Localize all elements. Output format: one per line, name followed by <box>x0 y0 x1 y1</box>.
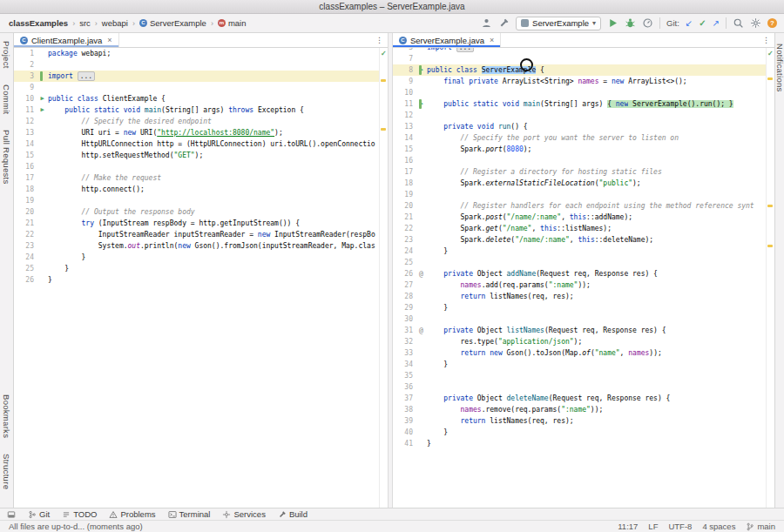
tool-window-button-bookmarks[interactable]: Bookmarks <box>2 394 11 438</box>
code-line[interactable]: 9 <box>14 82 388 93</box>
annotation-gutter-icon[interactable]: @ <box>416 325 427 336</box>
breadcrumb-item[interactable]: mmain <box>216 17 248 29</box>
code-line[interactable]: 7 <box>393 53 774 64</box>
code-line[interactable]: 21 try (InputStream respBody = http.getI… <box>14 218 388 229</box>
code-line[interactable]: 18 Spark.externalStaticFileLocation("pub… <box>393 178 774 189</box>
user-icon[interactable] <box>481 17 492 29</box>
code-line[interactable]: 14 HttpURLConnection http = (HttpURLConn… <box>14 138 388 150</box>
code-line[interactable]: 13 private void run() { <box>393 121 774 132</box>
code-line[interactable]: 15 http.setRequestMethod("GET"); <box>14 150 388 161</box>
inspections-ok-icon[interactable]: ✓ <box>381 50 387 57</box>
tool-window-toggle-icon[interactable] <box>7 510 16 519</box>
code-line[interactable]: 14 // Specify the port you want the serv… <box>393 132 774 144</box>
editor-options-icon[interactable]: ⋮ <box>758 33 774 47</box>
code-line[interactable]: 19 <box>14 195 388 206</box>
git-push-icon[interactable]: ↗ <box>713 17 720 29</box>
code-line[interactable]: 15 Spark.port(8080); <box>393 144 774 155</box>
breadcrumb-item[interactable]: classExamples <box>7 17 70 29</box>
run-configuration-select[interactable]: ServerExample ▾ <box>516 17 601 30</box>
code-line[interactable]: 26@ private Object addName(Request req, … <box>393 268 774 279</box>
search-icon[interactable] <box>733 17 744 29</box>
code-line[interactable]: 11▶ public static void main(String[] arg… <box>14 104 388 116</box>
code-line[interactable]: 19 <box>393 189 774 200</box>
tool-window-button-structure[interactable]: Structure <box>2 454 11 489</box>
code-line[interactable]: 27 names.add(req.params(":name")); <box>393 279 774 291</box>
code-line[interactable]: 36 <box>393 381 774 393</box>
code-line[interactable]: 33 return new Gson().toJson(Map.of("name… <box>393 347 774 359</box>
code-editor-client[interactable]: 1package webapi;23import ...910▶public c… <box>14 48 388 508</box>
code-line[interactable]: 12 // Specify the desired endpoint <box>14 116 388 127</box>
tab-clientexample[interactable]: C ClientExample.java × <box>14 33 119 47</box>
code-line[interactable]: 22 Spark.get("/name", this::listNames); <box>393 223 774 234</box>
git-commit-icon[interactable]: ✓ <box>699 17 706 29</box>
status-main[interactable]: main <box>746 522 775 531</box>
breadcrumb-item[interactable]: src <box>78 17 92 29</box>
tool-window-button-git[interactable]: Git <box>28 509 50 519</box>
code-line[interactable]: 1package webapi; <box>14 48 388 59</box>
tool-window-button-build[interactable]: Build <box>278 509 308 519</box>
code-line[interactable]: 31@ private Object listNames(Request req… <box>393 325 774 336</box>
status-utf-8[interactable]: UTF-8 <box>668 522 692 531</box>
code-line[interactable]: 35 <box>393 370 774 381</box>
code-line[interactable]: 2 <box>14 59 388 71</box>
code-line[interactable]: 17 // Make the request <box>14 172 388 184</box>
code-line[interactable]: 25 <box>393 257 774 268</box>
tab-serverexample[interactable]: C ServerExample.java × <box>393 33 501 47</box>
code-line[interactable]: 38 names.remove(req.params(":name")); <box>393 404 774 415</box>
code-line[interactable]: 12 <box>393 110 774 121</box>
close-icon[interactable]: × <box>107 36 112 44</box>
code-line[interactable]: 20 // Output the response body <box>14 206 388 218</box>
code-line[interactable]: 13 URI uri = new URI("http://localhost:8… <box>14 127 388 138</box>
tool-window-button-commit[interactable]: Commit <box>2 84 11 115</box>
code-line[interactable]: 25 } <box>14 263 388 274</box>
run-gutter-icon[interactable]: ▶ <box>37 104 48 116</box>
code-line[interactable]: 26} <box>14 274 388 286</box>
code-line[interactable]: 16 <box>393 155 774 166</box>
close-icon[interactable]: × <box>490 36 494 44</box>
tool-window-button-project[interactable]: Project <box>2 41 11 69</box>
annotation-gutter-icon[interactable]: @ <box>416 268 427 279</box>
code-line[interactable]: 32 res.type("application/json"); <box>393 336 774 347</box>
scrollbar-right[interactable]: ✓ <box>766 48 774 508</box>
code-line[interactable]: 22 InputStreamReader inputStreamReader =… <box>14 229 388 240</box>
code-line[interactable]: 10 <box>393 87 774 98</box>
code-line[interactable]: 3import ... <box>14 71 388 82</box>
code-editor-server[interactable]: 3import ...78▶public class ServerExample… <box>393 48 774 508</box>
run-gutter-icon[interactable]: ▶ <box>37 93 48 104</box>
build-hammer-icon[interactable] <box>498 17 510 29</box>
profiler-icon[interactable] <box>642 17 653 29</box>
code-line[interactable]: 37 private Object deleteName(Request req… <box>393 393 774 404</box>
breadcrumb-item[interactable]: CServerExample <box>138 17 208 29</box>
settings-icon[interactable] <box>750 17 761 29</box>
tool-window-button-todo[interactable]: TODO <box>62 509 97 519</box>
code-line[interactable]: 28 return listNames(req, res); <box>393 291 774 302</box>
code-line[interactable]: 23 Spark.delete("/name/:name", this::del… <box>393 234 774 246</box>
status-4-spaces[interactable]: 4 spaces <box>702 522 735 531</box>
code-line[interactable]: 18 http.connect(); <box>14 184 388 195</box>
scrollbar-left[interactable]: ✓ <box>379 48 388 508</box>
tool-window-button-problems[interactable]: Problems <box>109 509 155 519</box>
tool-window-button-terminal[interactable]: Terminal <box>168 509 211 519</box>
code-line[interactable]: 30 <box>393 313 774 325</box>
run-icon[interactable] <box>607 17 618 29</box>
code-line[interactable]: 9 final private ArrayList<String> names … <box>393 76 774 87</box>
code-line[interactable]: 40 } <box>393 427 774 438</box>
code-line[interactable]: 17 // Register a directory for hosting s… <box>393 166 774 178</box>
status-lf[interactable]: LF <box>648 522 658 531</box>
tool-window-button-services[interactable]: Services <box>222 509 265 519</box>
code-line[interactable]: 23 System.out.println(new Gson().fromJso… <box>14 240 388 252</box>
tool-window-button-notifications[interactable]: Notifications <box>775 44 784 92</box>
git-update-icon[interactable]: ↙ <box>686 17 693 29</box>
code-line[interactable]: 39 return listNames(req, res); <box>393 415 774 427</box>
debug-icon[interactable] <box>625 17 636 29</box>
window-titlebar[interactable]: classExamples – ServerExample.java <box>0 0 784 14</box>
code-line[interactable]: 34 } <box>393 359 774 370</box>
help-icon[interactable]: ? <box>767 18 777 28</box>
tool-window-button-pull-requests[interactable]: Pull Requests <box>2 130 11 185</box>
code-line[interactable]: 24 } <box>14 252 388 263</box>
status-11-17[interactable]: 11:17 <box>618 522 638 531</box>
inspections-ok-icon[interactable]: ✓ <box>767 50 774 57</box>
code-line[interactable]: 10▶public class ClientExample { <box>14 93 388 104</box>
code-line[interactable]: 41} <box>393 438 774 449</box>
code-line[interactable]: 16 <box>14 161 388 172</box>
